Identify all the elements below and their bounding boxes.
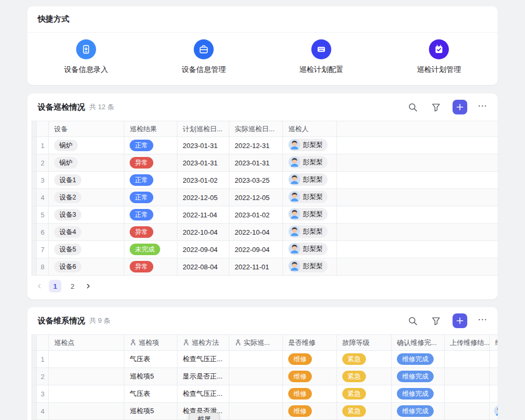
add-record-button[interactable] (453, 100, 467, 114)
actual-date-cell[interactable]: 2022-12-31 (229, 137, 283, 154)
result-cell[interactable]: 未完成 (124, 241, 177, 258)
column-header-巡检方法[interactable]: 巡检方法 (177, 335, 229, 351)
inspector-cell[interactable]: 彭梨梨 (283, 137, 337, 154)
actual-cell[interactable] (229, 368, 283, 385)
point-cell[interactable] (49, 385, 124, 403)
actual-cell[interactable] (229, 403, 283, 420)
repair-cell[interactable]: 维修 (283, 368, 337, 385)
planned-date-cell[interactable]: 2022-08-04 (177, 258, 229, 276)
page-button-1[interactable]: 1 (49, 280, 61, 292)
column-header-巡检人[interactable]: 巡检人 (283, 121, 337, 137)
column-header-设备[interactable]: 设备 (49, 121, 124, 137)
repair-cell[interactable]: 维修 (283, 403, 337, 420)
shortcut-calendar-check[interactable]: 巡检计划管理 (380, 39, 498, 75)
actual-cell[interactable] (229, 351, 283, 368)
device-cell[interactable]: 设备4 (49, 224, 124, 241)
column-header-故障等级[interactable]: 故障等级 (337, 335, 392, 351)
column-header-巡检项[interactable]: 巡检项 (124, 335, 177, 351)
filter-icon[interactable] (429, 314, 442, 327)
level-cell[interactable]: 紧急 (337, 403, 392, 420)
upload-cell[interactable] (445, 403, 490, 420)
last-column-cell[interactable] (490, 403, 498, 420)
result-cell[interactable]: 异常 (124, 224, 177, 241)
more-icon[interactable]: ⋯ (478, 100, 487, 114)
page-button-2[interactable]: 2 (66, 280, 79, 292)
device-cell[interactable]: 设备6 (49, 258, 124, 276)
actual-date-cell[interactable]: 2023-01-31 (229, 154, 283, 172)
screenshot-chip[interactable]: 截屏 (189, 413, 219, 420)
planned-date-cell[interactable]: 2022-12-05 (177, 189, 229, 206)
shortcut-device-entry[interactable]: 设备信息录入 (27, 39, 145, 75)
point-cell[interactable] (49, 351, 124, 368)
actual-date-cell[interactable]: 2022-09-04 (229, 241, 283, 258)
inspector-cell[interactable]: 彭梨梨 (283, 189, 337, 206)
actual-date-cell[interactable]: 2022-11-01 (229, 258, 283, 276)
column-header-巡检结果[interactable]: 巡检结果 (124, 121, 177, 137)
device-cell[interactable]: 锅炉 (49, 137, 124, 154)
device-cell[interactable]: 锅炉 (49, 154, 124, 172)
more-icon[interactable]: ⋯ (478, 314, 487, 328)
actual-cell[interactable] (229, 385, 283, 403)
item-cell[interactable]: 巡检项5 (124, 403, 177, 420)
device-cell[interactable]: 设备3 (49, 206, 124, 224)
column-header-实际巡检日[interactable]: 实际巡检日... (229, 121, 283, 137)
result-cell[interactable]: 正常 (124, 172, 177, 189)
level-cell[interactable]: 紧急 (337, 368, 392, 385)
device-cell[interactable]: 设备2 (49, 189, 124, 206)
planned-date-cell[interactable]: 2023-01-02 (177, 172, 229, 189)
method-cell[interactable]: 显示是否正... (177, 368, 229, 385)
column-header-是否维修[interactable]: 是否维修 (283, 335, 337, 351)
column-header-维[interactable]: 维 (490, 335, 498, 351)
method-cell[interactable]: 检查气压正... (177, 385, 229, 403)
planned-date-cell[interactable]: 2022-11-04 (177, 206, 229, 224)
result-cell[interactable]: 正常 (124, 189, 177, 206)
planned-date-cell[interactable]: 2023-01-31 (177, 137, 229, 154)
planned-date-cell[interactable]: 2023-01-31 (177, 154, 229, 172)
confirm-cell[interactable]: 维修完成 (392, 403, 445, 420)
chevron-left-icon[interactable] (35, 280, 44, 292)
result-cell[interactable]: 异常 (124, 154, 177, 172)
shortcut-briefcase[interactable]: 设备信息管理 (145, 39, 262, 75)
device-cell[interactable]: 设备5 (49, 241, 124, 258)
last-column-cell[interactable] (490, 351, 498, 368)
item-cell[interactable]: 气压表 (124, 351, 177, 368)
device-cell[interactable]: 设备1 (49, 172, 124, 189)
chevron-right-icon[interactable] (83, 280, 93, 292)
confirm-cell[interactable]: 维修完成 (392, 385, 445, 403)
upload-cell[interactable] (445, 351, 490, 368)
column-header-巡检点[interactable]: 巡检点 (49, 335, 124, 351)
last-column-cell[interactable] (490, 385, 498, 403)
method-cell[interactable]: 检查气压正... (177, 351, 229, 368)
confirm-cell[interactable]: 维修完成 (392, 351, 445, 368)
point-cell[interactable] (49, 368, 124, 385)
inspector-cell[interactable]: 彭梨梨 (283, 258, 337, 276)
column-header-实际巡[interactable]: 实际巡... (229, 335, 283, 351)
column-header-确认维修完[interactable]: 确认维修完... (392, 335, 445, 351)
level-cell[interactable]: 紧急 (337, 351, 392, 368)
upload-cell[interactable] (445, 385, 490, 403)
inspector-cell[interactable]: 彭梨梨 (283, 154, 337, 172)
column-header-上传维修结[interactable]: 上传维修结... (445, 335, 490, 351)
result-cell[interactable]: 正常 (124, 206, 177, 224)
upload-cell[interactable] (445, 368, 490, 385)
actual-date-cell[interactable]: 2022-12-05 (229, 189, 283, 206)
last-column-cell[interactable] (490, 368, 498, 385)
planned-date-cell[interactable]: 2022-09-04 (177, 241, 229, 258)
column-header-计划巡检日[interactable]: 计划巡检日... (177, 121, 229, 137)
result-cell[interactable]: 异常 (124, 258, 177, 276)
actual-date-cell[interactable]: 2022-10-04 (229, 224, 283, 241)
add-record-button[interactable] (453, 313, 467, 328)
item-cell[interactable]: 气压表 (124, 385, 177, 403)
inspector-cell[interactable]: 彭梨梨 (283, 206, 337, 224)
point-cell[interactable] (49, 403, 124, 420)
inspector-cell[interactable]: 彭梨梨 (283, 224, 337, 241)
planned-date-cell[interactable]: 2022-10-04 (177, 224, 229, 241)
repair-cell[interactable]: 维修 (283, 351, 337, 368)
inspector-cell[interactable]: 彭梨梨 (283, 172, 337, 189)
actual-date-cell[interactable]: 2023-03-25 (229, 172, 283, 189)
filter-icon[interactable] (429, 101, 442, 113)
actual-date-cell[interactable]: 2023-01-02 (229, 206, 283, 224)
confirm-cell[interactable]: 维修完成 (392, 368, 445, 385)
inspector-cell[interactable]: 彭梨梨 (283, 241, 337, 258)
search-icon[interactable] (406, 101, 419, 113)
